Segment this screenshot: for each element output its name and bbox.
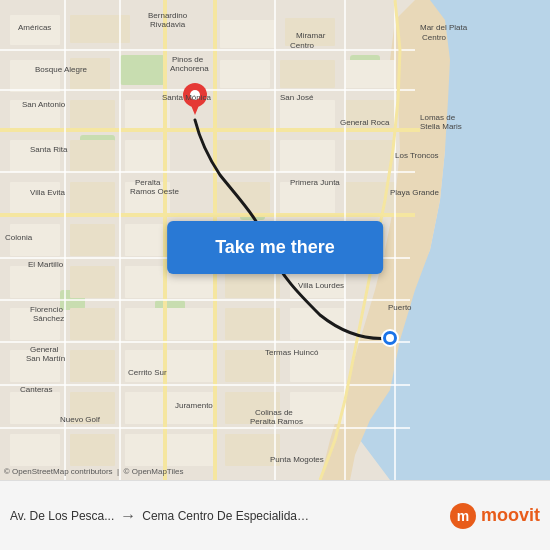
svg-rect-48 (70, 308, 115, 340)
svg-text:Termas Huincó: Termas Huincó (265, 348, 319, 357)
svg-text:Colonia: Colonia (5, 233, 33, 242)
svg-rect-11 (220, 20, 275, 48)
svg-rect-27 (215, 140, 270, 172)
svg-text:Centro: Centro (422, 33, 447, 42)
svg-text:San José: San José (280, 93, 314, 102)
svg-text:Primera Junta: Primera Junta (290, 178, 340, 187)
destination-label: Cema Centro De Especialidad... (142, 509, 312, 523)
svg-rect-63 (70, 434, 115, 466)
svg-text:Los Troncos: Los Troncos (395, 151, 439, 160)
svg-text:Florencio: Florencio (30, 305, 63, 314)
svg-text:Bernardino: Bernardino (148, 11, 188, 20)
svg-rect-43 (70, 266, 115, 298)
svg-rect-15 (220, 60, 270, 88)
svg-rect-33 (215, 182, 270, 214)
take-me-there-button[interactable]: Take me there (167, 221, 383, 274)
svg-rect-10 (70, 15, 130, 43)
svg-text:Centro: Centro (290, 41, 315, 50)
svg-text:Pinos de: Pinos de (172, 55, 204, 64)
svg-text:Villa Lourdes: Villa Lourdes (298, 281, 344, 290)
svg-rect-42 (10, 266, 60, 298)
svg-text:Puerto: Puerto (388, 303, 412, 312)
svg-point-87 (386, 334, 394, 342)
svg-text:Mar del Plata: Mar del Plata (420, 23, 468, 32)
svg-rect-50 (225, 308, 280, 340)
svg-rect-22 (280, 100, 335, 130)
svg-text:Playa Grande: Playa Grande (390, 188, 439, 197)
svg-text:Sánchez: Sánchez (33, 314, 64, 323)
svg-text:Miramar: Miramar (296, 31, 326, 40)
svg-rect-53 (70, 350, 115, 382)
svg-text:San Antonio: San Antonio (22, 100, 66, 109)
svg-text:Punta Mogotes: Punta Mogotes (270, 455, 324, 464)
svg-rect-14 (70, 58, 110, 90)
svg-text:Cerrito Sur: Cerrito Sur (128, 368, 167, 377)
svg-text:Peralta Ramos: Peralta Ramos (250, 417, 303, 426)
svg-rect-49 (125, 308, 215, 340)
svg-text:Peralta: Peralta (135, 178, 161, 187)
bottom-bar: Av. De Los Pesca... → Cema Centro De Esp… (0, 480, 550, 550)
svg-rect-16 (280, 60, 335, 88)
svg-text:Américas: Américas (18, 23, 51, 32)
svg-rect-64 (125, 434, 215, 466)
svg-text:Stella Maris: Stella Maris (420, 122, 462, 131)
svg-text:General: General (30, 345, 59, 354)
svg-text:Juramento: Juramento (175, 401, 213, 410)
svg-text:Santa Rita: Santa Rita (30, 145, 68, 154)
svg-text:Lomas de: Lomas de (420, 113, 456, 122)
moovit-text: moovit (481, 505, 540, 526)
tiles-attribution: © OpenMapTiles (124, 467, 184, 476)
svg-text:Colinas de: Colinas de (255, 408, 293, 417)
svg-text:Santa Mónica: Santa Mónica (162, 93, 211, 102)
svg-rect-25 (70, 140, 115, 172)
svg-text:San Martín: San Martín (26, 354, 65, 363)
svg-rect-28 (280, 140, 335, 172)
svg-rect-57 (10, 392, 60, 424)
route-arrow-icon: → (120, 507, 136, 525)
svg-rect-17 (345, 60, 395, 88)
svg-rect-3 (120, 55, 165, 85)
svg-rect-54 (125, 350, 215, 382)
svg-text:Villa Evita: Villa Evita (30, 188, 66, 197)
origin-label: Av. De Los Pesca... (10, 509, 114, 523)
svg-rect-30 (10, 182, 60, 214)
svg-text:m: m (457, 508, 469, 524)
svg-rect-19 (70, 100, 115, 130)
svg-rect-62 (10, 434, 60, 466)
svg-rect-29 (345, 140, 395, 172)
svg-text:Rivadavia: Rivadavia (150, 20, 186, 29)
osm-attribution: © OpenStreetMap contributors (4, 467, 113, 476)
svg-text:Canteras: Canteras (20, 385, 52, 394)
svg-text:General Roca: General Roca (340, 118, 390, 127)
svg-text:Anchorena: Anchorena (170, 64, 209, 73)
svg-text:Nuevo Golf: Nuevo Golf (60, 415, 101, 424)
svg-text:El Martillo: El Martillo (28, 260, 64, 269)
svg-rect-31 (70, 182, 115, 214)
svg-rect-37 (70, 224, 115, 256)
svg-text:Bosque Alegre: Bosque Alegre (35, 65, 88, 74)
map-container: Américas Bernardino Rivadavia Bosque Ale… (0, 0, 550, 480)
svg-text:Ramos Oeste: Ramos Oeste (130, 187, 179, 196)
moovit-logo: m moovit (449, 502, 540, 530)
svg-rect-21 (215, 100, 270, 130)
